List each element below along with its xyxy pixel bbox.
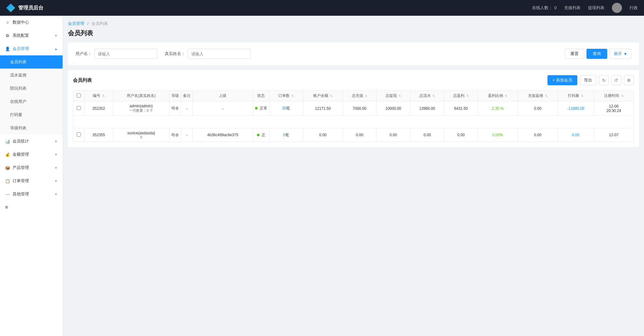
export-button[interactable]: 导出: [580, 75, 596, 85]
row2-total-charge: 0.00: [343, 128, 376, 142]
th-parent: 上级: [193, 91, 253, 101]
th-total-profit: 总盈利 ⇅: [444, 91, 478, 101]
th-status: 状态: [253, 91, 269, 101]
table-row: 352355 sunice(asdasda) 0 司令 - 4b36c499ac…: [73, 128, 634, 142]
sidebar-label-member-list: 会员列表: [10, 59, 58, 65]
sidebar-label-data-center: 数据中心: [13, 20, 58, 25]
row2-profit-ratio: 0.00%: [478, 128, 518, 142]
spacer-row: [73, 116, 634, 128]
online-count-label: 在线人数： 0: [532, 5, 557, 11]
chevron-up-icon: ▲: [54, 47, 58, 51]
row1-select[interactable]: [77, 106, 81, 110]
chevron-stats-icon: ▼: [54, 140, 58, 143]
sort-rebate-icon: ⇅: [545, 94, 547, 98]
table-header: 会员列表 + 添加会员 导出 ↻ iT ⚙: [73, 75, 634, 85]
username-field: 用户名：: [75, 49, 157, 59]
sidebar: ○ 数据中心 ⚙ 系统配置 ▼ 👤 会员管理 ▲ 会员列表 流水返佣 陪玩列表: [0, 16, 63, 152]
chevron-down-icon: ▼: [54, 34, 58, 37]
sidebar-label-member-mgmt: 会员管理: [13, 46, 52, 52]
realname-field: 真实姓名：: [165, 49, 251, 59]
username-label: 行政: [630, 5, 638, 11]
row2-note: -: [181, 128, 193, 142]
sidebar-item-companion-list[interactable]: 陪玩列表: [0, 82, 63, 95]
query-button[interactable]: 查询: [586, 49, 607, 59]
sidebar-item-code-amount[interactable]: 打码量: [0, 108, 63, 121]
sidebar-item-online-users[interactable]: 在线用户: [0, 95, 63, 108]
row1-status: 正常: [253, 101, 269, 116]
row2-level: 司令: [169, 128, 181, 142]
sidebar-item-amount-mgmt[interactable]: 💰 金额管理 ▼: [0, 148, 63, 152]
sort-flow-icon: ⇅: [432, 94, 435, 98]
sort-withdraw-icon: ⇅: [398, 94, 401, 98]
sidebar-item-level-list[interactable]: 等级列表: [0, 121, 63, 135]
sort-code-icon: ⇅: [581, 94, 584, 98]
sidebar-item-flow-rebate[interactable]: 流水返佣: [0, 69, 63, 82]
sort-balance-icon: ⇅: [330, 94, 332, 98]
sidebar-label-sys-config: 系统配置: [13, 33, 52, 38]
th-total-flow: 总流水 ⇅: [410, 91, 444, 101]
reset-button[interactable]: 重置: [565, 49, 584, 59]
add-member-button[interactable]: + 添加会员: [547, 75, 577, 85]
th-reg-time: 注册时间 ⇅: [594, 91, 634, 101]
row2-total-withdraw: 0.00: [376, 128, 410, 142]
sidebar-label-amount-mgmt: 金额管理: [13, 152, 52, 152]
sidebar-label-code-amount: 打码量: [10, 112, 58, 118]
table-settings-button[interactable]: ⚙: [624, 75, 634, 85]
recharge-list-link[interactable]: 充值列表: [564, 5, 580, 11]
th-charge-rebate: 充值返佣 ⇅: [518, 91, 558, 101]
row1-total-withdraw: 10000.00: [376, 101, 410, 116]
breadcrumb: 会员管理 / 会员列表: [68, 21, 639, 26]
row2-select[interactable]: [77, 132, 81, 137]
sidebar-item-member-list[interactable]: 会员列表: [0, 55, 63, 69]
refresh-button[interactable]: ↻: [599, 75, 609, 85]
row1-status-text: 正常: [260, 106, 267, 110]
th-checkbox: [73, 91, 85, 101]
th-profit-ratio: 盈利比例 ⇅: [478, 91, 518, 101]
sort-profit-icon: ⇅: [466, 94, 469, 98]
column-toggle-button[interactable]: iT: [611, 75, 621, 85]
expand-button[interactable]: 展开 ▼: [610, 49, 631, 59]
member-submenu: 会员列表 流水返佣 陪玩列表 在线用户 打码量 等级列表: [0, 55, 63, 135]
sidebar-label-companion-list: 陪玩列表: [10, 86, 58, 91]
sort-id-icon: ⇅: [102, 94, 105, 98]
header-right: 在线人数： 0 充值列表 提现列表 行政: [532, 3, 638, 13]
row2-reg-time: 12-07: [594, 128, 634, 142]
row1-id: 352352: [85, 101, 113, 116]
realname-input[interactable]: [188, 49, 251, 59]
sidebar-item-member-mgmt[interactable]: 👤 会员管理 ▲: [0, 42, 63, 55]
row1-total-profit: 6431.50: [444, 101, 478, 116]
row1-charge-rebate: 0.00: [518, 101, 558, 116]
table-panel: 会员列表 + 添加会员 导出 ↻ iT ⚙: [68, 70, 639, 147]
row2-total-profit: 0.00: [444, 128, 478, 142]
username-input[interactable]: [94, 49, 157, 59]
row1-parent: -: [193, 101, 253, 116]
th-total-charge: 总充值 ⇅: [343, 91, 376, 101]
withdraw-list-link[interactable]: 提现列表: [588, 5, 604, 11]
th-id: 编号 ⇅: [85, 91, 113, 101]
row1-reg-time: 12-0620:30:24: [594, 101, 634, 116]
logo-icon: [6, 3, 15, 12]
main-content: 会员管理 / 会员列表 会员列表 用户名： 真实姓名： 重置 查询 展开 ▼: [63, 16, 644, 152]
breadcrumb-parent[interactable]: 会员管理: [68, 21, 84, 26]
row2-parent: 4b36c499ac6e375: [193, 128, 253, 142]
row1-profit-ratio: 2.35 %: [478, 101, 518, 116]
row1-code-amount: -11980.00: [558, 101, 594, 116]
row1-balance: 12171.50: [303, 101, 343, 116]
breadcrumb-separator: /: [87, 21, 89, 26]
header-row: 编号 ⇅ 用户名(真实姓名) 等级 备注: [73, 91, 634, 101]
row2-checkbox: [73, 128, 85, 142]
realname-label: 真实姓名：: [165, 51, 185, 57]
sidebar-item-sys-config[interactable]: ⚙ 系统配置 ▼: [0, 29, 63, 42]
sidebar-item-member-stats[interactable]: 📊 会员统计 ▼: [0, 135, 63, 148]
row2-status: 正: [253, 128, 269, 142]
sort-ratio-icon: ⇅: [505, 94, 507, 98]
avatar: [612, 3, 622, 13]
table-body: 352352 admin(admin) 一代数量：0 个 司令 - - 正常: [73, 101, 634, 142]
user-icon: 👤: [5, 46, 10, 51]
row2-charge-rebate: 0.00: [518, 128, 558, 142]
th-total-withdraw: 总提现 ⇅: [376, 91, 410, 101]
sort-order-icon: ⇅: [291, 94, 294, 98]
select-all-checkbox[interactable]: [77, 93, 81, 98]
breadcrumb-current: 会员列表: [92, 21, 108, 26]
sidebar-item-data-center[interactable]: ○ 数据中心: [0, 16, 63, 29]
